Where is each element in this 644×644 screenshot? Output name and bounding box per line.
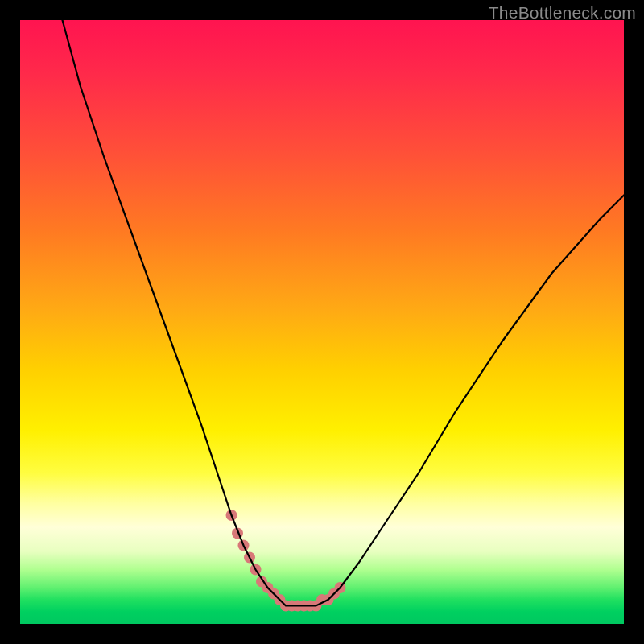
- highlight-dots-group: [226, 510, 346, 612]
- chart-svg: [20, 20, 624, 624]
- chart-frame: TheBottleneck.com: [0, 0, 644, 644]
- plot-area: [20, 20, 624, 624]
- bottleneck-curve: [63, 20, 625, 606]
